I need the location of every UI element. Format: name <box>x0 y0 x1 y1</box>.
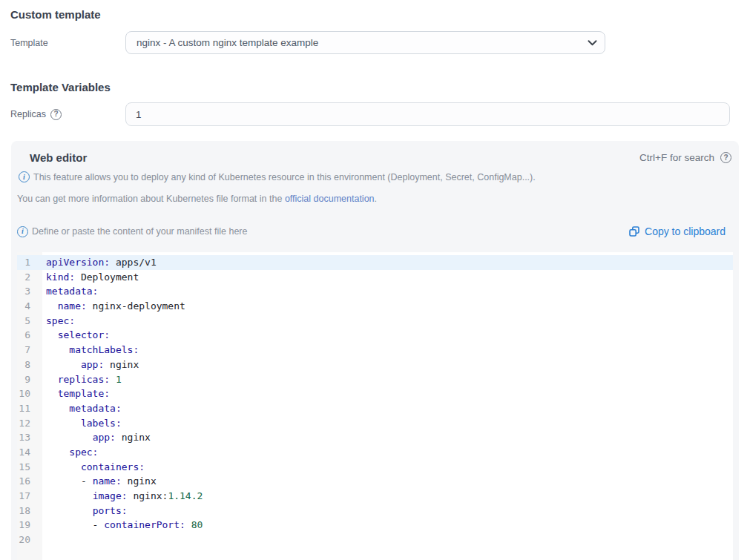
code-line-text[interactable]: - name: nginx <box>42 474 157 489</box>
template-label: Template <box>10 38 48 48</box>
more-info-suffix: . <box>375 194 377 204</box>
code-line-text[interactable]: replicas: 1 <box>42 372 122 387</box>
custom-template-page: Custom template Template nginx - A custo… <box>0 8 750 560</box>
line-number: 6 <box>17 328 42 343</box>
code-line-text[interactable]: containers: <box>42 460 145 475</box>
more-info-line: You can get more information about Kuber… <box>17 194 731 204</box>
template-select-wrap: nginx - A custom nginx template example <box>125 31 605 54</box>
code-line-row[interactable]: 19 - containerPort: 80 <box>17 518 733 533</box>
copy-button-label: Copy to clipboard <box>645 225 726 237</box>
line-number: 5 <box>17 314 42 329</box>
manifest-hint-row: i Define or paste the content of your ma… <box>17 225 731 237</box>
web-editor-header: Web editor Ctrl+F for search ? <box>17 151 731 164</box>
replicas-row: Replicas ? <box>0 102 750 126</box>
code-line-text[interactable]: metadata: <box>42 284 98 299</box>
code-lines: 1apiVersion: apps/v12kind: Deployment3me… <box>17 252 733 547</box>
code-line-text[interactable]: name: nginx-deployment <box>42 299 185 314</box>
info-icon: i <box>19 171 30 182</box>
code-line-text[interactable]: spec: <box>42 314 75 329</box>
feature-info-line: i This feature allows you to deploy any … <box>19 171 731 182</box>
code-line-row[interactable]: 7 matchLabels: <box>17 343 733 358</box>
code-line-text[interactable]: kind: Deployment <box>42 270 139 285</box>
code-line-text[interactable]: apiVersion: apps/v1 <box>42 255 157 270</box>
line-number: 7 <box>17 343 42 358</box>
code-line-row[interactable]: 3metadata: <box>17 284 733 299</box>
line-number: 10 <box>17 386 42 401</box>
web-editor-panel: Web editor Ctrl+F for search ? i This fe… <box>11 141 739 560</box>
line-number: 20 <box>17 533 42 547</box>
code-line-text[interactable]: template: <box>42 386 110 401</box>
code-line-text[interactable]: - containerPort: 80 <box>42 518 203 533</box>
feature-info-text: This feature allows you to deploy any ki… <box>33 172 536 182</box>
line-number: 1 <box>17 255 42 270</box>
code-line-row[interactable]: 9 replicas: 1 <box>17 372 733 387</box>
code-line-row[interactable]: 15 containers: <box>17 460 733 475</box>
code-line-text[interactable]: spec: <box>42 445 98 460</box>
web-editor-title: Web editor <box>30 151 87 164</box>
search-help-icon[interactable]: ? <box>720 152 731 163</box>
line-number: 9 <box>17 372 42 387</box>
code-line-row[interactable]: 14 spec: <box>17 445 733 460</box>
replicas-input[interactable] <box>125 102 730 126</box>
code-line-text[interactable]: image: nginx:1.14.2 <box>42 489 203 504</box>
code-line-row[interactable]: 8 app: nginx <box>17 358 733 372</box>
code-line-text[interactable] <box>42 533 46 547</box>
line-number: 8 <box>17 358 42 372</box>
code-line-row[interactable]: 5spec: <box>17 314 733 329</box>
line-number: 12 <box>17 416 42 431</box>
replicas-help-icon[interactable]: ? <box>50 109 62 120</box>
copy-icon <box>629 226 640 237</box>
code-editor[interactable]: 1apiVersion: apps/v12kind: Deployment3me… <box>17 252 733 560</box>
code-line-row[interactable]: 13 app: nginx <box>17 430 733 445</box>
code-line-text[interactable]: matchLabels: <box>42 343 139 358</box>
code-line-row[interactable]: 16 - name: nginx <box>17 474 733 489</box>
line-number: 17 <box>17 489 42 504</box>
manifest-hint-text: Define or paste the content of your mani… <box>32 226 247 237</box>
code-line-row[interactable]: 10 template: <box>17 386 733 401</box>
search-hint: Ctrl+F for search ? <box>639 152 731 163</box>
line-number: 14 <box>17 445 42 460</box>
code-line-row[interactable]: 18 ports: <box>17 504 733 518</box>
line-number: 4 <box>17 299 42 314</box>
code-line-text[interactable]: labels: <box>42 416 122 431</box>
more-info-prefix: You can get more information about Kuber… <box>17 194 285 204</box>
code-line-text[interactable]: app: nginx <box>42 358 139 372</box>
code-line-row[interactable]: 11 metadata: <box>17 401 733 416</box>
line-number: 15 <box>17 460 42 475</box>
line-number: 19 <box>17 518 42 533</box>
code-line-row[interactable]: 4 name: nginx-deployment <box>17 299 733 314</box>
line-number: 18 <box>17 504 42 518</box>
code-line-text[interactable]: metadata: <box>42 401 122 416</box>
official-documentation-link[interactable]: official documentation <box>285 194 375 204</box>
code-line-row[interactable]: 20 <box>17 533 733 547</box>
line-number: 11 <box>17 401 42 416</box>
line-number: 3 <box>17 284 42 299</box>
copy-to-clipboard-button[interactable]: Copy to clipboard <box>629 225 726 237</box>
template-select[interactable]: nginx - A custom nginx template example <box>125 31 605 54</box>
code-line-row[interactable]: 17 image: nginx:1.14.2 <box>17 489 733 504</box>
code-line-row[interactable]: 12 labels: <box>17 416 733 431</box>
code-line-text[interactable]: selector: <box>42 328 110 343</box>
search-hint-label: Ctrl+F for search <box>639 152 714 163</box>
code-line-row[interactable]: 6 selector: <box>17 328 733 343</box>
line-number: 16 <box>17 474 42 489</box>
line-number: 2 <box>17 270 42 285</box>
code-line-row[interactable]: 2kind: Deployment <box>17 270 733 285</box>
replicas-label: Replicas <box>10 109 46 119</box>
page-title: Custom template <box>10 8 750 21</box>
template-variables-title: Template Variables <box>10 81 750 93</box>
template-row: Template nginx - A custom nginx template… <box>0 31 750 54</box>
code-line-text[interactable]: ports: <box>42 504 128 518</box>
line-number: 13 <box>17 430 42 445</box>
code-line-text[interactable]: app: nginx <box>42 430 151 445</box>
code-line-row[interactable]: 1apiVersion: apps/v1 <box>17 255 733 270</box>
info-icon: i <box>17 226 28 237</box>
